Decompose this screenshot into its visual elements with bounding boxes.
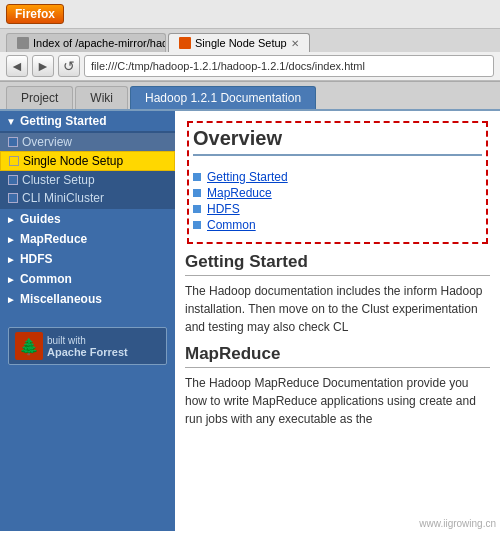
tab-project[interactable]: Project <box>6 86 73 109</box>
sidebar-section-common[interactable]: ► Common <box>0 269 175 289</box>
tab-icon-index <box>17 37 29 49</box>
overview-heading: Overview <box>193 127 482 156</box>
main-layout: ▼ Getting Started Overview Single Node S… <box>0 111 500 531</box>
guides-label: Guides <box>20 212 61 226</box>
overview-link-list: Getting Started MapReduce HDFS Common <box>193 164 482 238</box>
sidebar-section-getting-started[interactable]: ▼ Getting Started <box>0 111 175 131</box>
link-common[interactable]: Common <box>207 218 256 232</box>
nav-bar: ◄ ► ↺ <box>0 52 500 81</box>
sidebar-section-miscellaneous[interactable]: ► Miscellaneous <box>0 289 175 309</box>
list-item-common: Common <box>193 218 482 232</box>
tab-index[interactable]: Index of /apache-mirror/hadoop/... ✕ <box>6 33 166 52</box>
tab-label-single-node: Single Node Setup <box>195 37 287 49</box>
content-area: Overview Getting Started MapReduce HDFS <box>175 111 500 531</box>
firefox-menu-button[interactable]: Firefox <box>6 4 64 24</box>
tab-icon-single-node <box>179 37 191 49</box>
mapreduce-arrow: ► <box>6 234 16 245</box>
li-icon-common <box>193 221 201 229</box>
built-with-section: 🌲 built with Apache Forrest <box>0 319 175 373</box>
tab-single-node[interactable]: Single Node Setup ✕ <box>168 33 310 52</box>
sidebar-item-single-node-setup[interactable]: Single Node Setup <box>0 151 175 171</box>
mapreduce-heading: MapReduce <box>185 344 490 368</box>
cluster-setup-bullet <box>8 175 18 185</box>
list-item-mapreduce: MapReduce <box>193 186 482 200</box>
li-icon-hdfs <box>193 205 201 213</box>
tab-close-single-node[interactable]: ✕ <box>291 38 299 49</box>
getting-started-heading: Getting Started <box>185 252 490 276</box>
li-icon-mapreduce <box>193 189 201 197</box>
cli-minicluster-label: CLI MiniCluster <box>22 191 104 205</box>
overview-selection-box: Overview Getting Started MapReduce HDFS <box>187 121 488 244</box>
list-item-hdfs: HDFS <box>193 202 482 216</box>
common-arrow: ► <box>6 274 16 285</box>
sidebar: ▼ Getting Started Overview Single Node S… <box>0 111 175 531</box>
reload-button[interactable]: ↺ <box>58 55 80 77</box>
sidebar-item-overview[interactable]: Overview <box>0 133 175 151</box>
hdfs-label: HDFS <box>20 252 53 266</box>
getting-started-text: The Hadoop documentation includes the in… <box>185 282 490 336</box>
li-icon-getting-started <box>193 173 201 181</box>
cli-minicluster-bullet <box>8 193 18 203</box>
address-bar[interactable] <box>84 55 494 77</box>
common-label: Common <box>20 272 72 286</box>
list-item-getting-started: Getting Started <box>193 170 482 184</box>
tab-label-index: Index of /apache-mirror/hadoop/... <box>33 37 166 49</box>
built-with-box: 🌲 built with Apache Forrest <box>8 327 167 365</box>
miscellaneous-label: Miscellaneous <box>20 292 102 306</box>
link-mapreduce[interactable]: MapReduce <box>207 186 272 200</box>
tab-hadoop-docs[interactable]: Hadoop 1.2.1 Documentation <box>130 86 316 109</box>
getting-started-arrow: ▼ <box>6 116 16 127</box>
link-getting-started[interactable]: Getting Started <box>207 170 288 184</box>
built-with-label: built with <box>47 335 128 346</box>
sidebar-section-mapreduce[interactable]: ► MapReduce <box>0 229 175 249</box>
mapreduce-label: MapReduce <box>20 232 87 246</box>
back-button[interactable]: ◄ <box>6 55 28 77</box>
watermark: www.iigrowing.cn <box>419 518 496 529</box>
miscellaneous-arrow: ► <box>6 294 16 305</box>
hdfs-arrow: ► <box>6 254 16 265</box>
tab-wiki[interactable]: Wiki <box>75 86 128 109</box>
overview-bullet <box>8 137 18 147</box>
page-nav: Project Wiki Hadoop 1.2.1 Documentation <box>0 82 500 111</box>
mapreduce-text: The Hadoop MapReduce Documentation provi… <box>185 374 490 428</box>
cluster-setup-label: Cluster Setup <box>22 173 95 187</box>
overview-label: Overview <box>22 135 72 149</box>
sidebar-section-guides[interactable]: ► Guides <box>0 209 175 229</box>
sidebar-item-cli-minicluster[interactable]: CLI MiniCluster <box>0 189 175 207</box>
forrest-logo: 🌲 <box>15 332 43 360</box>
built-with-text: built with Apache Forrest <box>47 335 128 358</box>
sidebar-section-hdfs[interactable]: ► HDFS <box>0 249 175 269</box>
getting-started-label: Getting Started <box>20 114 107 128</box>
forrest-name: Apache Forrest <box>47 346 128 358</box>
forward-button[interactable]: ► <box>32 55 54 77</box>
content-inner: Overview Getting Started MapReduce HDFS <box>175 111 500 440</box>
guides-arrow: ► <box>6 214 16 225</box>
sidebar-item-cluster-setup[interactable]: Cluster Setup <box>0 171 175 189</box>
getting-started-items: Overview Single Node Setup Cluster Setup… <box>0 131 175 209</box>
browser-chrome: Firefox Index of /apache-mirror/hadoop/.… <box>0 0 500 82</box>
link-hdfs[interactable]: HDFS <box>207 202 240 216</box>
single-node-bullet <box>9 156 19 166</box>
tab-bar: Index of /apache-mirror/hadoop/... ✕ Sin… <box>0 29 500 52</box>
single-node-label: Single Node Setup <box>23 154 123 168</box>
title-bar: Firefox <box>0 0 500 29</box>
